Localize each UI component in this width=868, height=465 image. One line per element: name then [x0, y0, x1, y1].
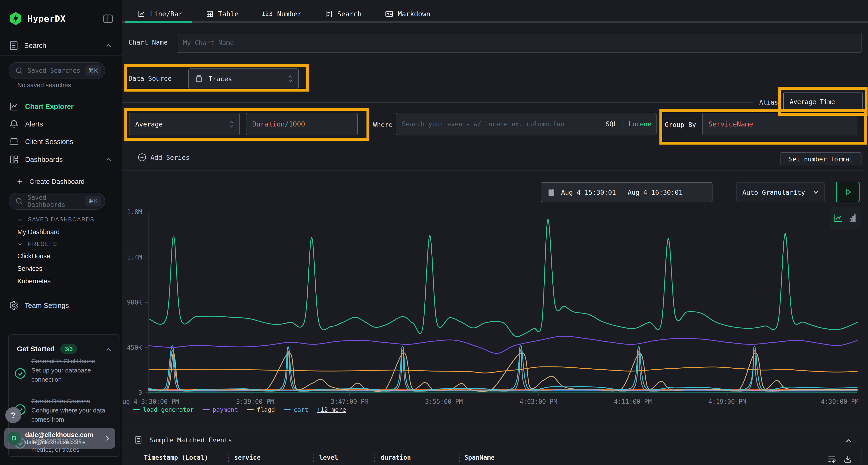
sidebar-item-alerts[interactable]: Alerts — [9, 117, 43, 132]
where-placeholder: Search your events w/ Lucene ex. column:… — [402, 121, 564, 128]
chart-name-placeholder: My Chart Name — [183, 39, 234, 46]
granularity-select[interactable]: Auto Granularity — [736, 182, 825, 202]
sql-toggle[interactable]: SQL — [606, 121, 617, 128]
y-axis-tick: 1.4M — [127, 254, 142, 261]
aggregation-select[interactable]: Average — [129, 113, 240, 135]
legend-swatch — [203, 409, 210, 410]
group-by-label: Group By — [665, 121, 696, 128]
sidebar-section-search[interactable]: Search — [9, 40, 113, 51]
chevron-up-icon[interactable] — [105, 41, 113, 49]
brand-logo[interactable]: HyperDX — [9, 11, 66, 26]
chevron-up-icon[interactable] — [105, 345, 113, 354]
column-header-service: service — [234, 454, 261, 461]
alias-input[interactable]: Average Time — [783, 93, 863, 111]
hyperdx-app: HyperDX Search Saved Searches ⌘K No s — [0, 0, 868, 465]
time-range-value: Aug 4 15:30:01 - Aug 4 16:30:01 — [561, 189, 683, 196]
data-source-select[interactable]: Traces — [188, 68, 299, 89]
tab-markdown[interactable]: Markdown — [385, 10, 430, 18]
line-chart-icon — [9, 101, 19, 112]
chart-name-input[interactable]: My Chart Name — [177, 33, 862, 53]
sidebar-item-dashboards[interactable]: Dashboards — [9, 152, 113, 167]
create-dashboard-button[interactable]: Create Dashboard — [16, 174, 85, 189]
select-chevrons-icon — [228, 120, 235, 128]
select-chevrons-icon — [287, 74, 293, 83]
legend-label: flagd — [257, 406, 275, 413]
group-by-value: ServiceName — [708, 120, 753, 128]
group-by-input[interactable]: ServiceName — [702, 113, 858, 135]
sidebar-item-client-sessions[interactable]: Client Sessions — [9, 134, 73, 150]
get-started-header[interactable]: Get Started 3/3 — [17, 344, 77, 354]
sample-events-header[interactable]: Sample Matched Events — [134, 436, 232, 444]
legend-swatch — [133, 409, 140, 410]
sidebar-item-services[interactable]: Services — [18, 265, 42, 272]
x-axis-tick: 3:39:00 PM — [236, 398, 274, 405]
time-range-input[interactable]: Aug 4 15:30:01 - Aug 4 16:30:01 — [541, 182, 712, 202]
sidebar-item-team-settings[interactable]: Team Settings — [9, 298, 69, 313]
main-panel: Line/Bar Table 123 Number Search — [122, 0, 868, 465]
tab-table[interactable]: Table — [206, 10, 239, 18]
collapse-section-icon[interactable] — [844, 436, 854, 446]
chevron-down-icon — [812, 189, 819, 196]
markdown-icon — [385, 10, 394, 18]
create-dashboard-label: Create Dashboard — [29, 178, 85, 186]
add-series-button[interactable]: Add Series — [137, 153, 190, 162]
shortcut-badge: ⌘K — [85, 196, 101, 206]
download-icon[interactable] — [843, 454, 853, 464]
play-icon — [843, 187, 852, 197]
saved-searches-input[interactable]: Saved Searches ⌘K — [9, 62, 105, 79]
column-header-spanname: SpanName — [464, 454, 495, 461]
column-separator[interactable] — [459, 455, 460, 462]
task-title: Create Data Sources — [31, 397, 112, 406]
sidebar-item-clickhouse[interactable]: ClickHouse — [18, 253, 51, 260]
x-axis-tick: 4:19:00 PM — [708, 398, 746, 405]
shortcut-badge: ⌘K — [85, 65, 101, 76]
tab-number[interactable]: 123 Number — [261, 10, 302, 18]
column-separator[interactable] — [374, 455, 375, 462]
where-input[interactable]: Search your events w/ Lucene ex. column:… — [396, 113, 656, 135]
saved-dashboards-input[interactable]: Saved Dashboards ⌘K — [9, 193, 105, 210]
legend-swatch — [247, 409, 254, 410]
column-separator[interactable] — [313, 455, 314, 462]
tab-line-bar[interactable]: Line/Bar — [137, 10, 183, 18]
alias-value: Average Time — [789, 98, 835, 105]
get-started-item[interactable]: Create Data Sources Configure where your… — [31, 397, 112, 424]
x-axis-tick: Aug 4 3:30:00 PM — [122, 398, 179, 405]
legend-label: load-generator — [143, 406, 194, 413]
legend-item[interactable]: flagd — [247, 406, 275, 413]
help-label: ? — [11, 410, 16, 420]
dashboard-grid-icon — [9, 154, 19, 165]
chevron-right-icon — [104, 435, 111, 442]
wrap-text-icon[interactable] — [827, 454, 837, 464]
sidebar-item-my-dashboard[interactable]: My Dashboard — [18, 228, 60, 236]
data-source-label: Data Source — [128, 75, 172, 82]
sidebar-collapse-icon[interactable] — [102, 13, 114, 25]
expression-operator: / — [285, 120, 289, 128]
legend-item[interactable]: cart — [283, 406, 308, 413]
expression-input[interactable]: Duration/1000 — [246, 113, 358, 135]
get-started-item[interactable]: Connect to ClickHouse Set up your databa… — [31, 357, 112, 384]
bell-icon — [9, 119, 19, 129]
chevron-up-icon[interactable] — [105, 156, 113, 164]
lucene-toggle[interactable]: Lucene — [628, 121, 651, 128]
expression-arg: 1000 — [289, 120, 305, 128]
section-label: SAVED DASHBOARDS — [28, 217, 94, 223]
x-axis-tick: 4:30:00 PM — [821, 398, 859, 405]
saved-dashboards-section[interactable]: SAVED DASHBOARDS — [17, 217, 94, 223]
legend-more-link[interactable]: +12 more — [317, 406, 346, 413]
run-query-button[interactable] — [836, 182, 860, 202]
set-number-format-button[interactable]: Set number format — [780, 152, 862, 166]
sidebar-item-kubernetes[interactable]: Kubernetes — [18, 277, 51, 285]
timeseries-chart[interactable]: 0450K900K1.4M1.8MAug 4 3:30:00 PM3:39:00… — [122, 202, 864, 409]
column-separator[interactable] — [228, 455, 229, 462]
presets-section[interactable]: PRESETS — [17, 241, 57, 247]
chart-name-label: Chart Name — [128, 38, 168, 46]
user-menu[interactable]: D dale@clickhouse.com dale@clickhouse.co… — [4, 428, 115, 449]
nav-label: Dashboards — [25, 156, 63, 164]
tab-search[interactable]: Search — [325, 10, 362, 18]
saved-searches-placeholder: Saved Searches — [28, 67, 81, 74]
x-axis-tick: 3:47:00 PM — [331, 398, 368, 405]
legend-item[interactable]: load-generator — [133, 406, 194, 413]
help-button[interactable]: ? — [5, 407, 21, 423]
sidebar-item-chart-explorer[interactable]: Chart Explorer — [9, 99, 73, 114]
legend-item[interactable]: payment — [203, 406, 238, 413]
